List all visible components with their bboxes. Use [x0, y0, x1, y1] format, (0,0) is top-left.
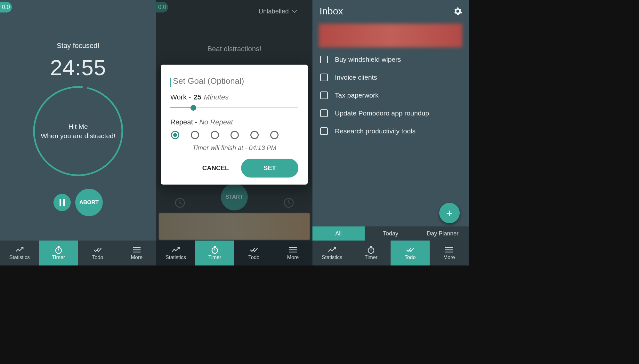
bottom-nav: StatisticsTimerTodoMore	[0, 241, 156, 265]
label-dropdown-text: Unlabelled	[258, 8, 289, 15]
repeat-row: Repeat - No Repeat	[170, 118, 298, 126]
chevron-down-icon	[292, 10, 297, 13]
repeat-option-5[interactable]	[270, 131, 279, 139]
slider-thumb[interactable]	[190, 105, 196, 111]
nav-label: Todo	[405, 255, 416, 260]
version-text: 0.0	[158, 4, 166, 10]
cancel-button[interactable]: CANCEL	[197, 160, 235, 176]
repeat-radio-group	[171, 131, 298, 139]
nav-timer[interactable]: Timer	[195, 241, 234, 265]
todo-filter-tabs: AllTodayDay Planner	[312, 226, 469, 241]
ad-banner[interactable]	[159, 213, 310, 240]
inbox-header: Inbox	[312, 0, 469, 19]
bottom-nav: StatisticsTimerTodoMore	[156, 241, 312, 265]
checkbox[interactable]	[320, 109, 328, 117]
ring-caption: Hit Me When you are distracted!	[34, 122, 122, 141]
version-pill: 0.0	[156, 2, 168, 12]
todo-item[interactable]: Invoice clients	[312, 68, 469, 86]
start-button[interactable]: START	[221, 184, 248, 210]
nav-todo[interactable]: Todo	[234, 241, 273, 265]
checkbox[interactable]	[320, 74, 328, 81]
repeat-option-1[interactable]	[191, 131, 199, 139]
nav-label: More	[287, 255, 299, 260]
timer-countdown: 24:55	[50, 55, 106, 80]
slider-fill	[170, 107, 193, 108]
checkbox[interactable]	[320, 91, 328, 99]
abort-label: ABORT	[79, 199, 99, 206]
nav-more[interactable]: More	[430, 241, 469, 265]
todo-text: Buy windshield wipers	[335, 56, 401, 63]
checkmarks-icon	[93, 246, 102, 254]
nav-statistics[interactable]: Statistics	[0, 241, 39, 265]
ring-caption-line2: When you are distracted!	[41, 131, 115, 140]
todo-list: Buy windshield wipersInvoice clientsTax …	[312, 51, 469, 140]
todo-item[interactable]: Research productivity tools	[312, 122, 469, 140]
todo-text: Research productivity tools	[335, 127, 416, 135]
stopwatch-icon	[367, 246, 375, 254]
focus-headline: Stay focused!	[57, 42, 99, 50]
nav-label: Todo	[248, 255, 260, 260]
history-forward-button[interactable]	[282, 196, 295, 209]
nav-timer[interactable]: Timer	[352, 241, 391, 265]
set-button[interactable]: SET	[241, 159, 298, 178]
gear-icon	[453, 7, 462, 16]
settings-button[interactable]	[453, 7, 462, 16]
svg-rect-4	[58, 246, 60, 247]
repeat-option-0[interactable]	[171, 131, 179, 139]
bottom-nav: StatisticsTimerTodoMore	[312, 241, 469, 265]
nav-timer[interactable]: Timer	[39, 241, 78, 265]
menu-icon	[289, 246, 297, 254]
todo-tab-all[interactable]: All	[312, 226, 365, 241]
chart-line-icon	[328, 246, 336, 254]
todo-item[interactable]: Buy windshield wipers	[312, 51, 469, 68]
text-cursor	[170, 78, 171, 87]
nav-statistics[interactable]: Statistics	[312, 241, 352, 265]
nav-label: Timer	[52, 255, 65, 260]
nav-label: Statistics	[9, 255, 30, 260]
todo-item[interactable]: Update Pomodoro app roundup	[312, 104, 469, 122]
work-duration-slider[interactable]	[170, 103, 298, 112]
svg-rect-20	[370, 246, 372, 247]
repeat-label: Repeat -	[170, 118, 197, 126]
svg-rect-13	[214, 246, 216, 247]
todo-tab-day-planner[interactable]: Day Planner	[417, 226, 469, 241]
version-pill: 0.0	[0, 2, 12, 12]
todo-text: Invoice clients	[335, 74, 377, 81]
nav-label: Todo	[92, 255, 103, 260]
svg-rect-2	[63, 199, 65, 206]
repeat-option-3[interactable]	[231, 131, 239, 139]
plus-icon: +	[446, 207, 453, 219]
repeat-option-2[interactable]	[211, 131, 219, 139]
ring-caption-line1: Hit Me	[41, 122, 115, 131]
checkbox[interactable]	[320, 56, 328, 63]
timer-area: Stay focused! 24:55 Hit Me When you are …	[0, 0, 156, 216]
goal-input[interactable]	[173, 74, 298, 91]
work-value: 25	[193, 93, 201, 101]
stopwatch-icon	[211, 246, 219, 254]
nav-label: Statistics	[322, 255, 342, 260]
pause-button[interactable]	[53, 194, 71, 211]
nav-statistics[interactable]: Statistics	[156, 241, 195, 265]
nav-more[interactable]: More	[117, 241, 156, 265]
todo-item[interactable]: Tax paperwork	[312, 86, 469, 104]
nav-todo[interactable]: Todo	[391, 241, 430, 265]
abort-button[interactable]: ABORT	[75, 189, 103, 216]
history-back-button[interactable]	[174, 196, 186, 209]
repeat-option-4[interactable]	[250, 131, 259, 139]
finish-time-text: Timer will finish at - 04:13 PM	[170, 144, 298, 152]
nav-label: Timer	[208, 255, 221, 260]
cancel-label: CANCEL	[202, 164, 229, 171]
nav-todo[interactable]: Todo	[78, 241, 117, 265]
screen-timer-running: 0.0 Stay focused! 24:55 Hit Me When you …	[0, 0, 156, 265]
add-todo-button[interactable]: +	[439, 203, 460, 223]
progress-ring[interactable]: Hit Me When you are distracted!	[30, 83, 126, 179]
setup-headline: Beat distractions!	[156, 45, 312, 53]
label-dropdown[interactable]: Unlabelled	[258, 8, 297, 15]
todo-tab-today[interactable]: Today	[365, 226, 417, 241]
clock-back-icon	[174, 196, 186, 209]
nav-label: Timer	[365, 255, 377, 260]
todo-text: Update Pomodoro app roundup	[335, 109, 429, 117]
inbox-title: Inbox	[320, 6, 343, 17]
nav-more[interactable]: More	[273, 241, 312, 265]
checkbox[interactable]	[320, 127, 328, 135]
